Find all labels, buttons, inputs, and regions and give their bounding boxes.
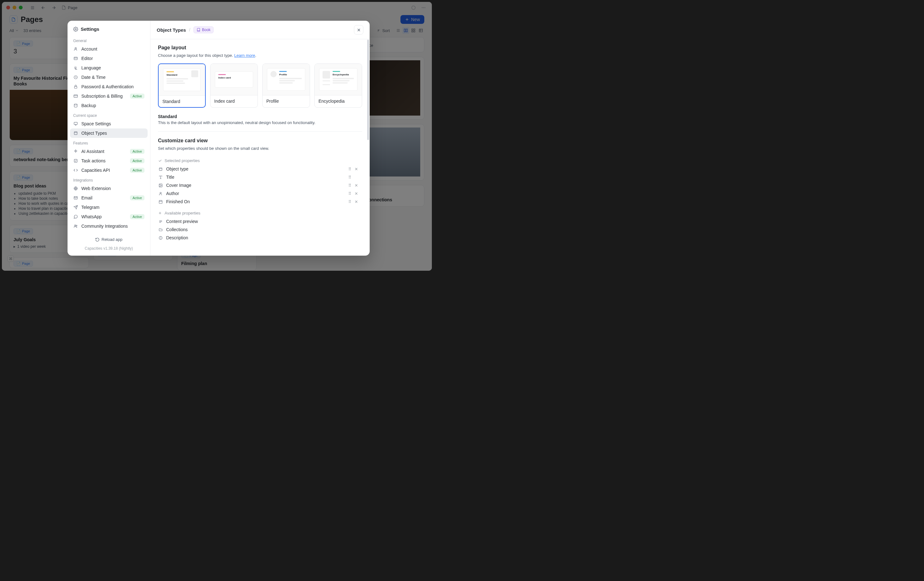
- drag-handle-icon[interactable]: ⠿: [348, 175, 351, 180]
- remove-icon[interactable]: ✕: [355, 191, 358, 196]
- nav-email[interactable]: EmailActive: [70, 193, 148, 203]
- check-icon: [73, 158, 78, 163]
- nav-telegram[interactable]: Telegram: [70, 203, 148, 212]
- svg-rect-36: [74, 132, 77, 134]
- card-icon: [73, 94, 78, 98]
- prop-description[interactable]: Description: [158, 234, 362, 242]
- prop-collections[interactable]: Collections: [158, 226, 362, 234]
- panel-body: Page layout Choose a page layout for thi…: [150, 39, 370, 256]
- selected-layout-desc: This is the default layout with an unopi…: [158, 120, 362, 125]
- svg-rect-30: [74, 95, 78, 97]
- prop-author[interactable]: Author ⠿✕: [158, 189, 362, 198]
- settings-modal: Settings General Account Editor Language…: [68, 21, 370, 256]
- nav-object-types[interactable]: Object Types: [70, 129, 148, 138]
- chat-icon: [73, 215, 78, 219]
- svg-rect-33: [74, 122, 78, 124]
- page-layout-sub: Choose a page layout for this object typ…: [158, 53, 362, 58]
- svg-point-64: [160, 237, 161, 238]
- users-icon: [73, 224, 78, 228]
- layout-index-card[interactable]: Index card Index card: [210, 63, 258, 108]
- nav-space-settings[interactable]: Space Settings: [70, 119, 148, 129]
- drag-handle-icon[interactable]: ⠿: [348, 183, 351, 188]
- lock-icon: [73, 84, 78, 89]
- svg-point-42: [75, 225, 76, 226]
- svg-point-25: [75, 48, 77, 49]
- nav-password[interactable]: Password & Authentication: [70, 82, 148, 91]
- object-type-icon: [158, 167, 163, 171]
- section-integrations: Integrations: [70, 175, 148, 184]
- nav-backup[interactable]: Backup: [70, 101, 148, 110]
- remove-icon[interactable]: ✕: [355, 167, 358, 172]
- active-badge: Active: [130, 94, 145, 99]
- layout-profile[interactable]: Profile Profile: [262, 63, 310, 108]
- card-view-sub: Set which properties should be shown on …: [158, 146, 362, 151]
- nav-community[interactable]: Community Integrations: [70, 221, 148, 231]
- section-general: General: [70, 35, 148, 44]
- layout-options: Standard Standard Index card Index card: [158, 63, 362, 108]
- nav-task-actions[interactable]: Task actionsActive: [70, 156, 148, 165]
- drag-handle-icon[interactable]: ⠿: [348, 200, 351, 204]
- layout-standard[interactable]: Standard Standard: [158, 63, 206, 108]
- nav-ai[interactable]: AI AssistantActive: [70, 147, 148, 156]
- svg-point-32: [74, 104, 77, 105]
- info-icon: [158, 236, 163, 240]
- monitor-icon: [73, 122, 78, 126]
- reload-button[interactable]: Reload app: [70, 234, 148, 245]
- nav-language[interactable]: Language: [70, 63, 148, 73]
- layout-encyclopedia[interactable]: Encyclopedia Encyclopedia: [314, 63, 362, 108]
- nav-account[interactable]: Account: [70, 44, 148, 54]
- prop-object-type[interactable]: Object type ⠿✕: [158, 165, 362, 173]
- remove-icon[interactable]: ✕: [355, 183, 358, 188]
- svg-rect-26: [74, 57, 78, 59]
- book-tag[interactable]: Book: [193, 26, 214, 33]
- settings-panel: Object Types / Book Page layout Choose a…: [150, 21, 370, 256]
- svg-rect-29: [74, 86, 77, 88]
- nav-api[interactable]: Capacities APIActive: [70, 165, 148, 175]
- text-icon: [158, 175, 163, 179]
- svg-point-51: [160, 184, 160, 185]
- image-icon: [158, 183, 163, 188]
- section-current-space: Current space: [70, 110, 148, 119]
- sparkle-icon: [73, 149, 78, 154]
- remove-icon[interactable]: ✕: [355, 200, 358, 204]
- user-icon: [158, 191, 163, 196]
- breadcrumb-object-types[interactable]: Object Types: [157, 27, 186, 33]
- settings-sidebar: Settings General Account Editor Language…: [68, 21, 150, 256]
- nav-web-ext[interactable]: Web Extension: [70, 184, 148, 193]
- version-label: Capacities v1.39.18 (Nightly): [70, 245, 148, 253]
- globe-icon: [73, 186, 78, 191]
- learn-more-link[interactable]: Learn more: [234, 53, 255, 58]
- svg-point-43: [76, 225, 77, 226]
- nav-whatsapp[interactable]: WhatsAppActive: [70, 212, 148, 221]
- clock-icon: [73, 75, 78, 79]
- nav-subscription[interactable]: Subscription & BillingActive: [70, 91, 148, 101]
- close-button[interactable]: [354, 25, 363, 35]
- svg-point-52: [160, 192, 161, 193]
- drag-handle-icon[interactable]: ⠿: [348, 191, 351, 196]
- calendar-icon: [158, 200, 163, 204]
- language-icon: [73, 66, 78, 70]
- section-features: Features: [70, 138, 148, 147]
- prop-finished[interactable]: Finished On ⠿✕: [158, 198, 362, 206]
- selected-props-label: Selected properties: [158, 157, 362, 165]
- prop-content-preview[interactable]: Content preview: [158, 217, 362, 226]
- drag-handle-icon[interactable]: ⠿: [348, 167, 351, 172]
- folder-icon: [158, 228, 163, 232]
- lines-icon: [158, 220, 163, 224]
- nav-editor[interactable]: Editor: [70, 54, 148, 63]
- box-icon: [73, 131, 78, 135]
- scrollbar-thumb[interactable]: [367, 40, 369, 140]
- divider: [158, 131, 362, 132]
- svg-rect-53: [159, 200, 162, 203]
- page-layout-heading: Page layout: [158, 45, 362, 51]
- code-icon: [73, 168, 78, 172]
- available-props-label: Available properties: [158, 209, 362, 217]
- settings-title: Settings: [70, 25, 148, 35]
- send-icon: [73, 205, 78, 210]
- prop-cover[interactable]: Cover Image ⠿✕: [158, 181, 362, 189]
- prop-title[interactable]: Title ⠿: [158, 173, 362, 181]
- scrollbar[interactable]: [366, 40, 370, 256]
- user-icon: [73, 47, 78, 51]
- svg-rect-46: [159, 168, 162, 170]
- nav-datetime[interactable]: Date & Time: [70, 73, 148, 82]
